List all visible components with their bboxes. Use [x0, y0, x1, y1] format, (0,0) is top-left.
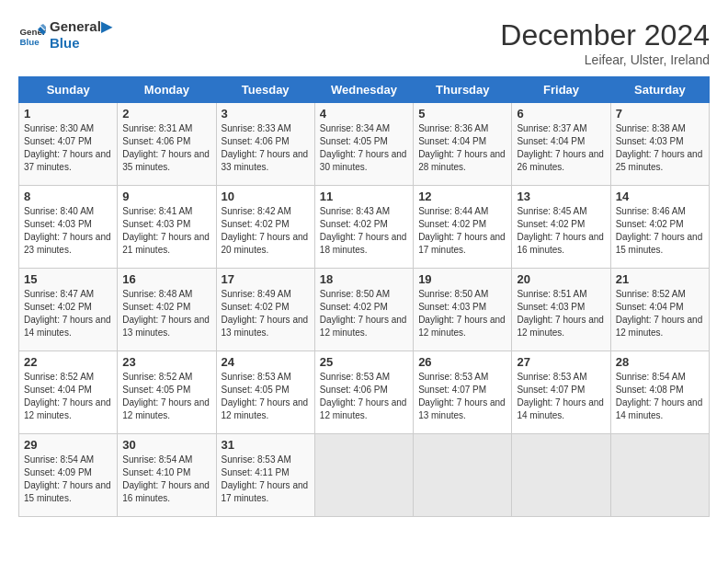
- logo-line1: General▶: [50, 18, 112, 35]
- day-number: 19: [418, 272, 506, 286]
- cell-content: Sunrise: 8:30 AM Sunset: 4:07 PM Dayligh…: [24, 122, 112, 174]
- calendar-cell: 1 Sunrise: 8:30 AM Sunset: 4:07 PM Dayli…: [19, 103, 118, 186]
- calendar-cell: 2 Sunrise: 8:31 AM Sunset: 4:06 PM Dayli…: [118, 103, 216, 186]
- cell-content: Sunrise: 8:53 AM Sunset: 4:07 PM Dayligh…: [517, 371, 605, 422]
- calendar-cell: 12 Sunrise: 8:44 AM Sunset: 4:02 PM Dayl…: [414, 186, 512, 269]
- calendar-cell: 26 Sunrise: 8:53 AM Sunset: 4:07 PM Dayl…: [414, 351, 512, 434]
- cell-content: Sunrise: 8:43 AM Sunset: 4:02 PM Dayligh…: [320, 205, 408, 257]
- cell-content: Sunrise: 8:52 AM Sunset: 4:04 PM Dayligh…: [616, 288, 704, 339]
- calendar-cell: 11 Sunrise: 8:43 AM Sunset: 4:02 PM Dayl…: [314, 186, 413, 269]
- calendar-cell: 20 Sunrise: 8:51 AM Sunset: 4:03 PM Dayl…: [512, 269, 610, 351]
- cell-content: Sunrise: 8:54 AM Sunset: 4:08 PM Dayligh…: [616, 371, 704, 422]
- logo: General Blue General▶ Blue: [18, 18, 112, 52]
- day-number: 30: [122, 438, 210, 452]
- cell-content: Sunrise: 8:53 AM Sunset: 4:06 PM Dayligh…: [320, 371, 408, 422]
- calendar-cell: 3 Sunrise: 8:33 AM Sunset: 4:06 PM Dayli…: [216, 103, 314, 186]
- calendar-cell: [610, 434, 709, 517]
- calendar-cell: 30 Sunrise: 8:54 AM Sunset: 4:10 PM Dayl…: [118, 434, 216, 517]
- cell-content: Sunrise: 8:41 AM Sunset: 4:03 PM Dayligh…: [122, 205, 210, 257]
- cell-content: Sunrise: 8:50 AM Sunset: 4:03 PM Dayligh…: [418, 288, 506, 339]
- calendar-week: 15 Sunrise: 8:47 AM Sunset: 4:02 PM Dayl…: [19, 269, 710, 351]
- cell-content: Sunrise: 8:31 AM Sunset: 4:06 PM Dayligh…: [122, 122, 210, 174]
- cell-content: Sunrise: 8:49 AM Sunset: 4:02 PM Dayligh…: [222, 288, 310, 339]
- day-number: 13: [517, 190, 605, 203]
- day-number: 20: [517, 272, 605, 286]
- calendar-cell: 19 Sunrise: 8:50 AM Sunset: 4:03 PM Dayl…: [414, 269, 512, 351]
- day-number: 5: [418, 107, 506, 121]
- day-number: 2: [122, 107, 210, 121]
- calendar-cell: 24 Sunrise: 8:53 AM Sunset: 4:05 PM Dayl…: [216, 351, 314, 434]
- cell-content: Sunrise: 8:53 AM Sunset: 4:05 PM Dayligh…: [222, 371, 310, 422]
- day-number: 1: [24, 107, 112, 121]
- day-number: 25: [320, 355, 408, 369]
- day-number: 21: [616, 272, 704, 286]
- header-tuesday: Tuesday: [216, 77, 314, 103]
- header-sunday: Sunday: [19, 77, 118, 103]
- cell-content: Sunrise: 8:44 AM Sunset: 4:02 PM Dayligh…: [418, 205, 506, 257]
- calendar-cell: 10 Sunrise: 8:42 AM Sunset: 4:02 PM Dayl…: [216, 186, 314, 269]
- day-number: 31: [222, 438, 310, 452]
- day-number: 22: [24, 355, 112, 369]
- calendar-cell: 23 Sunrise: 8:52 AM Sunset: 4:05 PM Dayl…: [118, 351, 216, 434]
- calendar-cell: 22 Sunrise: 8:52 AM Sunset: 4:04 PM Dayl…: [19, 351, 118, 434]
- calendar-cell: 15 Sunrise: 8:47 AM Sunset: 4:02 PM Dayl…: [19, 269, 118, 351]
- header-friday: Friday: [512, 77, 610, 103]
- calendar-cell: 7 Sunrise: 8:38 AM Sunset: 4:03 PM Dayli…: [610, 103, 709, 186]
- calendar-table: SundayMondayTuesdayWednesdayThursdayFrid…: [18, 76, 710, 517]
- cell-content: Sunrise: 8:52 AM Sunset: 4:05 PM Dayligh…: [122, 371, 210, 422]
- day-number: 8: [24, 190, 112, 203]
- calendar-week: 22 Sunrise: 8:52 AM Sunset: 4:04 PM Dayl…: [19, 351, 710, 434]
- calendar-cell: 18 Sunrise: 8:50 AM Sunset: 4:02 PM Dayl…: [314, 269, 413, 351]
- cell-content: Sunrise: 8:52 AM Sunset: 4:04 PM Dayligh…: [24, 371, 112, 422]
- day-number: 10: [222, 190, 310, 203]
- day-number: 4: [320, 107, 408, 121]
- calendar-cell: 14 Sunrise: 8:46 AM Sunset: 4:02 PM Dayl…: [610, 186, 709, 269]
- day-number: 12: [418, 190, 506, 203]
- cell-content: Sunrise: 8:34 AM Sunset: 4:05 PM Dayligh…: [320, 122, 408, 174]
- calendar-cell: 6 Sunrise: 8:37 AM Sunset: 4:04 PM Dayli…: [512, 103, 610, 186]
- calendar-cell: 31 Sunrise: 8:53 AM Sunset: 4:11 PM Dayl…: [216, 434, 314, 517]
- cell-content: Sunrise: 8:51 AM Sunset: 4:03 PM Dayligh…: [517, 288, 605, 339]
- cell-content: Sunrise: 8:53 AM Sunset: 4:11 PM Dayligh…: [222, 454, 310, 505]
- calendar-cell: 21 Sunrise: 8:52 AM Sunset: 4:04 PM Dayl…: [610, 269, 709, 351]
- day-number: 9: [122, 190, 210, 203]
- cell-content: Sunrise: 8:47 AM Sunset: 4:02 PM Dayligh…: [24, 288, 112, 339]
- day-number: 17: [222, 272, 310, 286]
- header-saturday: Saturday: [610, 77, 709, 103]
- logo-icon: General Blue: [18, 21, 46, 49]
- cell-content: Sunrise: 8:38 AM Sunset: 4:03 PM Dayligh…: [616, 122, 704, 174]
- calendar-cell: 8 Sunrise: 8:40 AM Sunset: 4:03 PM Dayli…: [19, 186, 118, 269]
- cell-content: Sunrise: 8:42 AM Sunset: 4:02 PM Dayligh…: [222, 205, 310, 257]
- day-number: 6: [517, 107, 605, 121]
- calendar-cell: 17 Sunrise: 8:49 AM Sunset: 4:02 PM Dayl…: [216, 269, 314, 351]
- calendar-cell: 28 Sunrise: 8:54 AM Sunset: 4:08 PM Dayl…: [610, 351, 709, 434]
- header-thursday: Thursday: [414, 77, 512, 103]
- calendar-week: 1 Sunrise: 8:30 AM Sunset: 4:07 PM Dayli…: [19, 103, 710, 186]
- day-number: 23: [122, 355, 210, 369]
- header: General Blue General▶ Blue December 2024…: [18, 18, 710, 67]
- calendar-cell: [314, 434, 413, 517]
- svg-text:Blue: Blue: [20, 37, 40, 47]
- day-number: 26: [418, 355, 506, 369]
- header-monday: Monday: [118, 77, 216, 103]
- day-number: 15: [24, 272, 112, 286]
- calendar-cell: 27 Sunrise: 8:53 AM Sunset: 4:07 PM Dayl…: [512, 351, 610, 434]
- cell-content: Sunrise: 8:53 AM Sunset: 4:07 PM Dayligh…: [418, 371, 506, 422]
- month-title: December 2024: [500, 18, 710, 52]
- calendar-week: 8 Sunrise: 8:40 AM Sunset: 4:03 PM Dayli…: [19, 186, 710, 269]
- day-number: 24: [222, 355, 310, 369]
- cell-content: Sunrise: 8:37 AM Sunset: 4:04 PM Dayligh…: [517, 122, 605, 174]
- cell-content: Sunrise: 8:45 AM Sunset: 4:02 PM Dayligh…: [517, 205, 605, 257]
- calendar-week: 29 Sunrise: 8:54 AM Sunset: 4:09 PM Dayl…: [19, 434, 710, 517]
- calendar-header: SundayMondayTuesdayWednesdayThursdayFrid…: [19, 77, 710, 103]
- calendar-cell: 4 Sunrise: 8:34 AM Sunset: 4:05 PM Dayli…: [314, 103, 413, 186]
- day-number: 18: [320, 272, 408, 286]
- day-number: 16: [122, 272, 210, 286]
- calendar-cell: 5 Sunrise: 8:36 AM Sunset: 4:04 PM Dayli…: [414, 103, 512, 186]
- calendar-cell: 25 Sunrise: 8:53 AM Sunset: 4:06 PM Dayl…: [314, 351, 413, 434]
- calendar-cell: [414, 434, 512, 517]
- day-number: 14: [616, 190, 704, 203]
- cell-content: Sunrise: 8:33 AM Sunset: 4:06 PM Dayligh…: [222, 122, 310, 174]
- header-wednesday: Wednesday: [314, 77, 413, 103]
- logo-line2: Blue: [50, 35, 112, 52]
